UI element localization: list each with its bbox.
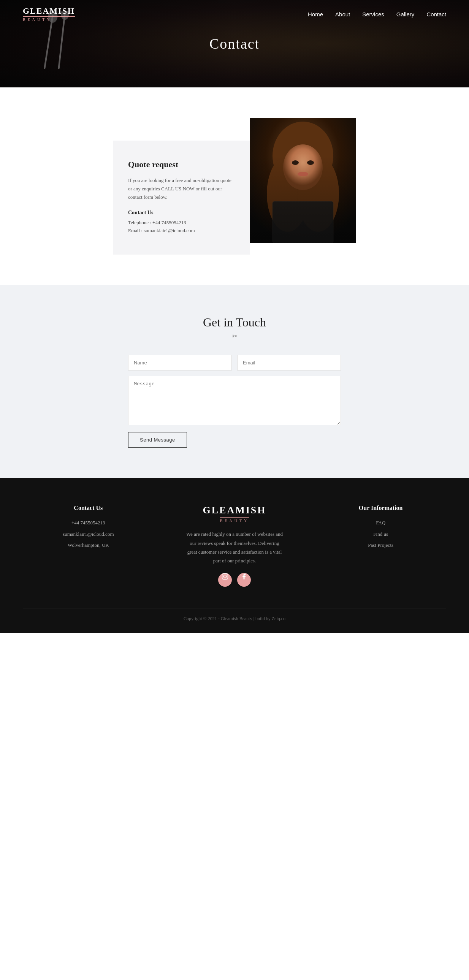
svg-point-7	[297, 156, 339, 232]
name-input[interactable]	[128, 355, 232, 371]
telephone-label: Telephone :	[128, 220, 151, 225]
scissors-icon	[232, 332, 237, 340]
nav-gallery[interactable]: Gallery	[396, 11, 415, 18]
divider-line-right	[240, 336, 263, 336]
svg-point-15	[224, 575, 227, 578]
message-textarea[interactable]	[128, 376, 341, 425]
footer: Contact Us +44 7455054213 sumanklair1@ic…	[0, 478, 469, 633]
svg-rect-4	[250, 118, 356, 243]
svg-rect-13	[272, 201, 333, 243]
svg-point-16	[226, 574, 227, 575]
copyright-text: Copyright © 2021 - Gleamish Beauty | bui…	[23, 616, 446, 622]
contact-section: Get in Touch Send Message	[0, 285, 469, 478]
footer-logo-main: GLEAMISH	[169, 504, 300, 516]
svg-rect-14	[222, 573, 228, 579]
svg-point-11	[297, 172, 308, 176]
footer-phone: +44 7455054213	[23, 518, 154, 527]
telephone-value: +44 7455054213	[153, 220, 186, 225]
footer-faq-link[interactable]: FAQ	[315, 518, 446, 527]
footer-description: We are rated highly on a number of websi…	[185, 530, 284, 565]
footer-logo-sub: BEAUTY	[220, 517, 249, 523]
contact-us-label: Contact Us	[128, 210, 234, 216]
svg-point-10	[307, 161, 314, 165]
svg-point-9	[292, 161, 299, 165]
nav-contact[interactable]: Contact	[426, 11, 446, 18]
quote-section: Quote request If you are looking for a f…	[0, 88, 469, 285]
nav-services[interactable]: Services	[362, 11, 384, 18]
quote-card: Quote request If you are looking for a f…	[113, 141, 250, 255]
quote-heading: Quote request	[128, 160, 234, 169]
divider-line-left	[207, 336, 229, 336]
logo-sub-text: BEAUTY	[23, 16, 75, 22]
logo-main-text: GLEAMISH	[23, 7, 75, 15]
section-divider	[23, 332, 446, 340]
footer-info-col: Our Information FAQ Find us Past Project…	[315, 504, 446, 589]
footer-location: Wolverhampton, UK	[23, 541, 154, 549]
footer-bottom: Copyright © 2021 - Gleamish Beauty | bui…	[23, 608, 446, 622]
email-label: Email :	[128, 228, 143, 233]
svg-point-5	[272, 122, 333, 190]
form-row-name-email	[128, 355, 341, 371]
svg-rect-12	[272, 201, 333, 243]
facebook-icon[interactable]	[237, 573, 251, 587]
quote-body: If you are looking for a free and no-obl…	[128, 176, 234, 201]
footer-email-link[interactable]: sumanklair1@icloud.com	[23, 530, 154, 538]
footer-past-projects-link[interactable]: Past Projects	[315, 541, 446, 549]
contact-heading: Get in Touch	[23, 315, 446, 329]
footer-contact-heading: Contact Us	[23, 504, 154, 511]
navigation: GLEAMISH BEAUTY Home About Services Gall…	[0, 0, 469, 29]
footer-top: Contact Us +44 7455054213 sumanklair1@ic…	[23, 504, 446, 589]
nav-links: Home About Services Gallery Contact	[308, 11, 446, 18]
quote-portrait-image	[250, 118, 356, 243]
portrait-bg	[250, 118, 356, 243]
footer-info-heading: Our Information	[315, 504, 446, 511]
footer-contact-col: Contact Us +44 7455054213 sumanklair1@ic…	[23, 504, 154, 589]
instagram-icon[interactable]	[218, 573, 232, 587]
svg-point-8	[283, 145, 323, 190]
telephone-detail: Telephone : +44 7455054213	[128, 220, 234, 226]
contact-form: Send Message	[128, 355, 341, 448]
email-value: sumanklair1@icloud.com	[144, 228, 195, 233]
email-detail: Email : sumanklair1@icloud.com	[128, 228, 234, 234]
social-icons-group	[169, 573, 300, 589]
nav-home[interactable]: Home	[308, 11, 323, 18]
email-input[interactable]	[237, 355, 341, 371]
logo[interactable]: GLEAMISH BEAUTY	[23, 7, 75, 22]
nav-about[interactable]: About	[335, 11, 350, 18]
svg-point-6	[267, 156, 308, 232]
hero-title: Contact	[210, 35, 259, 52]
footer-center-col: GLEAMISH BEAUTY We are rated highly on a…	[169, 504, 300, 589]
footer-find-us-link[interactable]: Find us	[315, 530, 446, 538]
send-message-button[interactable]: Send Message	[128, 432, 187, 448]
